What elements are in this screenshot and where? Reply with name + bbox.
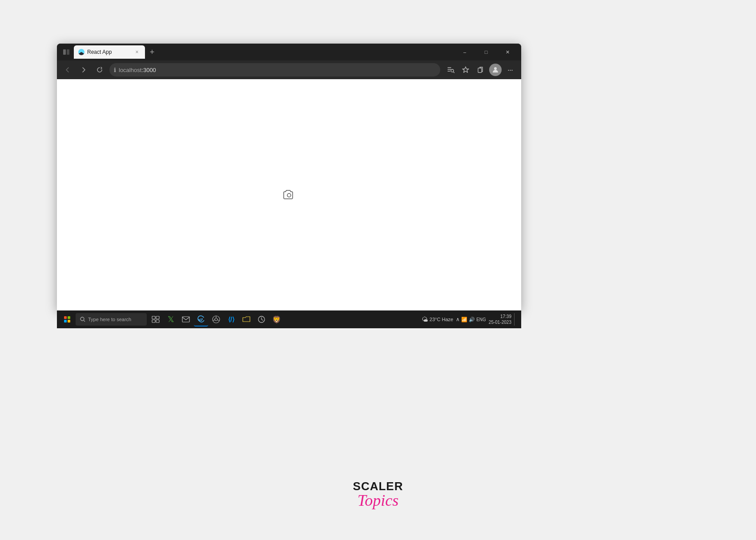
svg-rect-0 bbox=[63, 49, 66, 55]
url-info-icon: ℹ bbox=[114, 67, 116, 73]
update-app-button[interactable] bbox=[254, 312, 269, 326]
chevron-up-icon[interactable]: ∧ bbox=[456, 316, 460, 322]
favorites-icon[interactable] bbox=[459, 63, 472, 77]
tab-title: React App bbox=[87, 49, 131, 55]
forward-button[interactable] bbox=[77, 64, 90, 76]
svg-rect-9 bbox=[152, 320, 155, 322]
tab-strip: React App × + bbox=[74, 45, 453, 59]
lang-label[interactable]: ENG bbox=[476, 317, 486, 322]
url-protocol: localhost bbox=[119, 67, 141, 73]
explorer-app-button[interactable] bbox=[239, 312, 253, 326]
tab-close-button[interactable]: × bbox=[133, 48, 141, 56]
svg-rect-8 bbox=[156, 316, 159, 319]
volume-icon[interactable]: 🔊 bbox=[469, 317, 475, 322]
task-view-button[interactable] bbox=[149, 312, 163, 326]
url-display: localhost:3000 bbox=[119, 67, 156, 73]
svg-rect-11 bbox=[182, 317, 189, 322]
profile-icon[interactable] bbox=[489, 64, 502, 76]
close-button[interactable]: ✕ bbox=[497, 45, 518, 59]
minimize-button[interactable]: – bbox=[454, 45, 475, 59]
taskbar: Type here to search 𝕏 bbox=[57, 310, 521, 328]
windows-logo-icon bbox=[64, 316, 70, 322]
immersive-reader-icon[interactable] bbox=[444, 63, 457, 77]
browser-window: React App × + – □ ✕ ℹ localhost:3000 bbox=[57, 44, 521, 310]
vscode-app-button[interactable]: ⟨/⟩ bbox=[224, 312, 238, 326]
sidebar-toggle-button[interactable] bbox=[60, 46, 72, 58]
maximize-button[interactable]: □ bbox=[476, 45, 496, 59]
weather-icon: 🌤 bbox=[422, 316, 428, 323]
clock-date: 25-01-2023 bbox=[489, 319, 511, 325]
xbox-app-button[interactable]: 𝕏 bbox=[164, 312, 178, 326]
chrome-browser-button[interactable] bbox=[209, 312, 223, 326]
svg-point-13 bbox=[215, 318, 217, 321]
svg-line-16 bbox=[213, 320, 215, 321]
clock-time: 17:39 bbox=[500, 314, 511, 319]
tray-icons: ∧ 📶 🔊 ENG bbox=[456, 316, 486, 322]
new-tab-button[interactable]: + bbox=[146, 46, 158, 58]
clock-widget[interactable]: 17:39 25-01-2023 bbox=[489, 314, 511, 325]
url-bar[interactable]: ℹ localhost:3000 bbox=[109, 63, 440, 77]
page-viewport bbox=[57, 79, 521, 310]
refresh-button[interactable] bbox=[93, 64, 106, 76]
more-options-icon[interactable]: ··· bbox=[503, 63, 517, 77]
react-favicon-icon bbox=[78, 49, 84, 55]
search-icon bbox=[80, 317, 85, 322]
weather-text: 23°C Haze bbox=[430, 317, 453, 322]
edge-browser-button[interactable] bbox=[194, 312, 208, 326]
svg-point-4 bbox=[494, 67, 497, 70]
active-tab[interactable]: React App × bbox=[74, 45, 145, 59]
taskbar-search[interactable]: Type here to search bbox=[76, 313, 147, 326]
start-button[interactable] bbox=[60, 313, 74, 326]
camera-icon bbox=[283, 189, 295, 200]
scaler-topics-watermark: SCALER Topics bbox=[353, 480, 403, 510]
svg-point-6 bbox=[80, 317, 84, 321]
back-button[interactable] bbox=[61, 64, 74, 76]
show-desktop-button[interactable] bbox=[514, 313, 518, 326]
svg-line-15 bbox=[217, 320, 219, 321]
brave-browser-button[interactable]: 🦁 bbox=[269, 312, 284, 326]
svg-rect-3 bbox=[478, 68, 482, 73]
taskbar-apps: 𝕏 ⟨/⟩ bbox=[149, 312, 420, 326]
address-bar: ℹ localhost:3000 bbox=[57, 60, 521, 79]
title-bar: React App × + – □ ✕ bbox=[57, 44, 521, 60]
scaler-label: SCALER bbox=[353, 480, 403, 492]
svg-point-5 bbox=[287, 193, 291, 197]
url-port: :3000 bbox=[141, 67, 156, 73]
collections-icon[interactable] bbox=[474, 63, 487, 77]
topics-label: Topics bbox=[353, 492, 403, 510]
weather-widget[interactable]: 🌤 23°C Haze bbox=[422, 316, 453, 323]
window-controls: – □ ✕ bbox=[454, 45, 518, 59]
svg-rect-10 bbox=[156, 320, 159, 322]
svg-rect-7 bbox=[152, 316, 155, 319]
toolbar-icons: ··· bbox=[444, 63, 517, 77]
network-icon[interactable]: 📶 bbox=[461, 317, 467, 322]
svg-rect-1 bbox=[67, 49, 69, 55]
taskbar-search-label: Type here to search bbox=[88, 317, 131, 322]
mail-app-button[interactable] bbox=[179, 312, 193, 326]
system-tray: 🌤 23°C Haze ∧ 📶 🔊 ENG 17:39 25-01-2023 bbox=[422, 313, 518, 326]
